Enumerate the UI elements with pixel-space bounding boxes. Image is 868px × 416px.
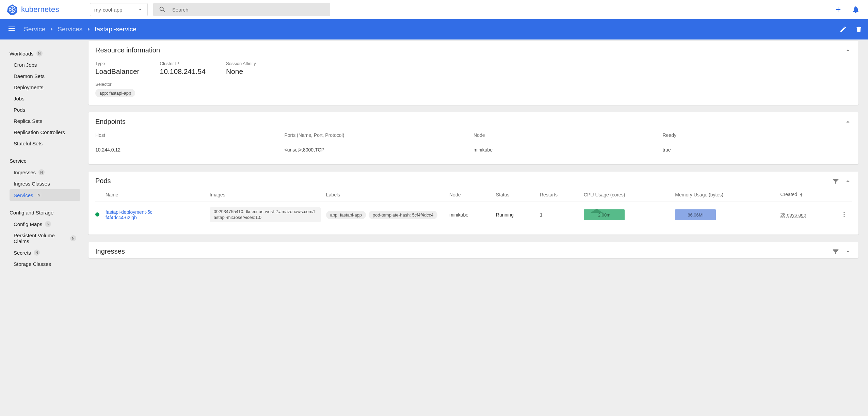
card-ingresses: Ingresses (89, 242, 858, 258)
chevron-down-icon (137, 6, 143, 13)
mem-sparkline: 86.06Mi (675, 209, 716, 220)
collapse-icon[interactable] (844, 177, 852, 185)
table-row: 10.244.0.12 <unset>,8000,TCP minikube tr… (95, 142, 852, 158)
label-chip: pod-template-hash: 5cf4f4dcc4 (369, 211, 438, 219)
image-chip: 092934755410.dkr.ecr.us-west-2.amazonaws… (210, 207, 321, 222)
more-icon[interactable] (841, 211, 848, 218)
create-icon[interactable] (834, 5, 842, 14)
sidebar-section-workloads[interactable]: Workloads N (0, 48, 82, 59)
table-row: fastapi-deployment-5cf4f4dcc4-62jgb 0929… (95, 202, 852, 228)
info-selector: Selector app: fastapi-app (95, 82, 852, 98)
col-images[interactable]: Images (210, 188, 326, 202)
main-content: Resource information Type LoadBalancer C… (82, 39, 868, 278)
sidebar-item-pvcs[interactable]: Persistent Volume Claims N (0, 230, 82, 247)
col-restarts[interactable]: Restarts (540, 188, 584, 202)
info-cluster-ip: Cluster IP 10.108.241.54 (160, 61, 206, 76)
top-bar: kubernetes my-cool-app (0, 0, 868, 19)
sidebar-item-services[interactable]: Services N (10, 189, 80, 201)
cpu-sparkline: 2.00m (584, 209, 625, 220)
badge: N (70, 235, 76, 241)
col-ready[interactable]: Ready (663, 128, 852, 142)
card-title: Ingresses (95, 247, 832, 255)
sidebar-item-jobs[interactable]: Jobs (0, 93, 82, 104)
kubernetes-logo[interactable]: kubernetes (5, 4, 59, 15)
col-created[interactable]: Created (780, 188, 841, 202)
search-icon (159, 6, 166, 13)
card-title: Resource information (95, 46, 844, 54)
collapse-icon[interactable] (844, 248, 852, 255)
selector-chip: app: fastapi-app (95, 89, 135, 97)
sort-asc-icon (799, 192, 804, 197)
svg-point-6 (843, 212, 845, 213)
sidebar-item-ingress-classes[interactable]: Ingress Classes (0, 178, 82, 189)
svg-point-7 (843, 214, 845, 215)
info-session-affinity: Session Affinity None (226, 61, 256, 76)
col-labels[interactable]: Labels (326, 188, 449, 202)
wheel-icon (7, 4, 18, 15)
sidebar-item-config-maps[interactable]: Config Maps N (0, 218, 82, 230)
crumb-current: fastapi-service (95, 26, 136, 33)
collapse-icon[interactable] (844, 47, 852, 54)
edit-icon[interactable] (839, 26, 847, 33)
filter-icon[interactable] (832, 177, 839, 185)
brand-text: kubernetes (21, 5, 59, 14)
pod-link[interactable]: fastapi-deployment-5cf4f4dcc4-62jgb (106, 209, 153, 220)
sidebar-item-deployments[interactable]: Deployments (0, 82, 82, 93)
sidebar-item-stateful-sets[interactable]: Stateful Sets (0, 138, 82, 149)
card-pods: Pods Name Images Labels Node Status Rest… (89, 172, 858, 235)
crumb-services[interactable]: Services (58, 26, 82, 33)
sidebar: Workloads N Cron Jobs Daemon Sets Deploy… (0, 39, 82, 278)
col-name[interactable]: Name (106, 188, 210, 202)
col-status[interactable]: Status (496, 188, 540, 202)
crumb-root[interactable]: Service (24, 26, 45, 33)
status-dot-running (95, 212, 99, 217)
badge: N (34, 250, 40, 256)
card-title: Pods (95, 177, 832, 185)
svg-point-8 (843, 216, 845, 217)
col-cpu[interactable]: CPU Usage (cores) (584, 188, 675, 202)
sidebar-item-pods[interactable]: Pods (0, 104, 82, 115)
chevron-right-icon (48, 26, 55, 33)
sidebar-section-config[interactable]: Config and Storage (0, 207, 82, 218)
sidebar-item-replication-controllers[interactable]: Replication Controllers (0, 127, 82, 138)
card-resource-info: Resource information Type LoadBalancer C… (89, 41, 858, 105)
sidebar-item-storage-classes[interactable]: Storage Classes (0, 258, 82, 270)
col-ports[interactable]: Ports (Name, Port, Protocol) (285, 128, 474, 142)
namespace-value: my-cool-app (94, 7, 123, 13)
breadcrumb-bar: Service Services fastapi-service (0, 19, 868, 39)
badge: N (36, 50, 43, 57)
search-box[interactable] (153, 3, 330, 16)
col-node[interactable]: Node (449, 188, 496, 202)
badge: N (45, 221, 51, 227)
sidebar-item-secrets[interactable]: Secrets N (0, 247, 82, 258)
created-time: 28 days ago (780, 212, 806, 218)
collapse-icon[interactable] (844, 118, 852, 126)
endpoints-table: Host Ports (Name, Port, Protocol) Node R… (95, 128, 852, 157)
sidebar-item-daemon-sets[interactable]: Daemon Sets (0, 70, 82, 82)
namespace-selector[interactable]: my-cool-app (90, 3, 148, 16)
delete-icon[interactable] (855, 26, 863, 33)
menu-toggle[interactable] (5, 22, 18, 36)
notifications-icon[interactable] (852, 5, 860, 14)
col-host[interactable]: Host (95, 128, 285, 142)
badge: N (38, 169, 45, 175)
card-endpoints: Endpoints Host Ports (Name, Port, Protoc… (89, 112, 858, 164)
sidebar-item-replica-sets[interactable]: Replica Sets (0, 115, 82, 127)
filter-icon[interactable] (832, 248, 839, 255)
hamburger-icon (7, 25, 16, 33)
card-title: Endpoints (95, 118, 844, 126)
search-input[interactable] (172, 7, 325, 13)
col-mem[interactable]: Memory Usage (bytes) (675, 188, 780, 202)
label-chip: app: fastapi-app (326, 211, 366, 219)
info-type: Type LoadBalancer (95, 61, 140, 76)
pods-table: Name Images Labels Node Status Restarts … (95, 188, 852, 228)
col-node[interactable]: Node (473, 128, 663, 142)
chevron-right-icon (85, 26, 92, 33)
sidebar-item-cron-jobs[interactable]: Cron Jobs (0, 59, 82, 70)
sidebar-section-service[interactable]: Service (0, 155, 82, 166)
badge: N (36, 192, 42, 198)
sidebar-item-ingresses[interactable]: Ingresses N (0, 166, 82, 178)
